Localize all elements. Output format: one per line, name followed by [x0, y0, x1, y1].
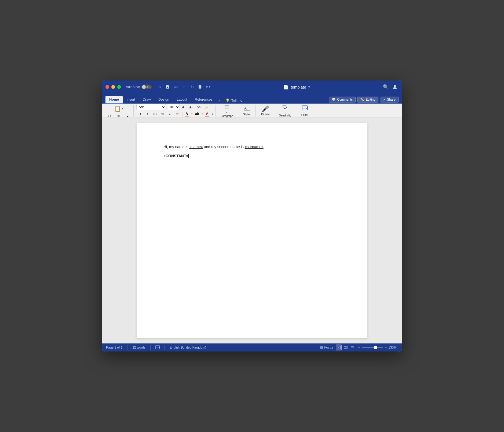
document-line2[interactable]: «CONSTANT»: [163, 154, 341, 158]
ribbon-right-buttons: 💬 Comments ✏️ Editing ↗ Share: [329, 97, 399, 104]
text-color-bar: [205, 116, 209, 116]
subscript-button[interactable]: x₂: [166, 111, 173, 117]
doc-title-chevron-icon[interactable]: ▾: [308, 85, 310, 89]
web-view-icon[interactable]: [343, 345, 349, 350]
document-line1[interactable]: Hi, my name is «name» and my second name…: [163, 145, 341, 149]
highlight-dropdown-icon[interactable]: ▾: [200, 111, 204, 117]
status-divider-3: [165, 345, 165, 350]
styles-button[interactable]: A Styles: [240, 105, 254, 116]
font-grow-button[interactable]: A+: [181, 104, 187, 110]
tab-references[interactable]: References: [191, 96, 216, 104]
document-page[interactable]: Hi, my name is «name» and my second name…: [137, 123, 367, 338]
paste-dropdown-icon[interactable]: ▾: [122, 107, 123, 110]
svg-point-3: [394, 85, 396, 87]
proofing-icon-area[interactable]: ✓✗: [155, 345, 160, 350]
tab-draw[interactable]: Draw: [139, 96, 155, 104]
sensitivity-group: 🛡 ▾ Sensitivity: [275, 105, 295, 116]
strikethrough-button[interactable]: ab: [159, 111, 166, 117]
svg-text:A: A: [244, 106, 247, 110]
highlight-color-button[interactable]: ab: [194, 111, 200, 117]
more-tabs-icon[interactable]: »: [216, 97, 223, 104]
print-icon[interactable]: [197, 84, 203, 90]
focus-label: Focus: [324, 346, 333, 349]
undo-dropdown-icon[interactable]: ▾: [181, 84, 187, 90]
underline-button[interactable]: U ▾: [151, 111, 158, 117]
comments-icon: 💬: [332, 98, 336, 101]
font-color-button[interactable]: A: [184, 111, 190, 117]
svg-rect-6: [302, 106, 308, 110]
title-bar-icons: ⌂ ↩ ▾ ↻ •••: [156, 84, 211, 90]
autosave-area: AutoSave OFF: [126, 85, 152, 89]
comments-label: Comments: [337, 98, 353, 101]
zoom-plus-icon[interactable]: +: [385, 346, 387, 349]
app-window: AutoSave OFF ⌂ ↩ ▾ ↻ ••• 📄 template ▾: [102, 80, 402, 352]
font-shrink-button[interactable]: A-: [188, 104, 194, 110]
doc-title-area: 📄 template ▾: [214, 85, 379, 90]
dictate-label: Dictate: [261, 113, 269, 116]
text-color-icon: A: [206, 112, 208, 116]
text-color-button[interactable]: A: [204, 111, 210, 117]
page-info: Page 1 of 1: [106, 346, 122, 349]
text-cursor: [188, 154, 189, 158]
undo-icon[interactable]: ↩: [173, 84, 179, 90]
main-content[interactable]: Hi, my name is «name» and my second name…: [102, 118, 402, 343]
close-button[interactable]: [105, 85, 109, 89]
tab-home[interactable]: Home: [105, 96, 123, 104]
clear-format-button[interactable]: ✨: [203, 104, 209, 110]
superscript-button[interactable]: x²: [174, 111, 181, 117]
underline-dropdown-icon[interactable]: ▾: [156, 113, 157, 115]
focus-area[interactable]: ⊡ Focus: [320, 346, 333, 349]
dictate-button[interactable]: 🎤 Dictate: [258, 105, 272, 116]
zoom-track[interactable]: [362, 347, 383, 348]
editing-button[interactable]: ✏️ Editing: [357, 97, 378, 102]
paragraph-button[interactable]: ☰ ▾ Paragraph: [218, 105, 235, 116]
autosave-toggle[interactable]: OFF: [141, 85, 152, 89]
editor-icon: [302, 105, 308, 113]
home-icon[interactable]: ⌂: [156, 84, 163, 90]
text-color-dropdown[interactable]: ▾: [211, 111, 214, 117]
zoom-slider[interactable]: − + 130%: [358, 346, 398, 349]
tab-layout[interactable]: Layout: [173, 96, 191, 104]
editor-button[interactable]: Editor: [298, 105, 312, 116]
tab-insert[interactable]: Insert: [123, 96, 139, 104]
bold-button[interactable]: B: [136, 111, 143, 117]
read-view-icon[interactable]: [350, 345, 356, 350]
editing-icon: ✏️: [360, 98, 364, 101]
maximize-button[interactable]: [117, 85, 121, 89]
zoom-minus-icon[interactable]: −: [358, 346, 360, 349]
font-color-bar: [185, 116, 189, 116]
font-size-select[interactable]: 10: [167, 104, 180, 110]
editor-group: Editor: [296, 105, 313, 116]
font-color-dropdown[interactable]: ▾: [190, 111, 193, 117]
more-options-icon[interactable]: •••: [205, 84, 211, 90]
profile-icon[interactable]: [391, 83, 399, 91]
zoom-thumb[interactable]: [374, 346, 377, 349]
merge-field-name: «name»: [189, 145, 203, 149]
word-count[interactable]: 12 words: [132, 346, 145, 349]
tab-design[interactable]: Design: [155, 96, 173, 104]
view-icons: [336, 345, 356, 350]
dictate-group: 🎤 Dictate: [257, 105, 274, 116]
search-icon[interactable]: 🔍: [382, 83, 389, 91]
language-text: English (United Kingdom): [170, 346, 206, 349]
language-area[interactable]: English (United Kingdom): [170, 346, 206, 349]
svg-rect-0: [199, 85, 201, 87]
save-icon[interactable]: [165, 84, 171, 90]
tell-me-area[interactable]: 💡 Tell me: [223, 97, 245, 104]
tell-me-label: Tell me: [231, 98, 242, 102]
font-name-select[interactable]: Arial: [136, 104, 166, 110]
sensitivity-button[interactable]: 🛡 ▾ Sensitivity: [277, 105, 293, 116]
zoom-percent[interactable]: 130%: [388, 346, 398, 349]
font-row1: Arial 10 A+ A- Aa ✨: [136, 104, 214, 110]
italic-button[interactable]: I: [144, 111, 151, 117]
comments-button[interactable]: 💬 Comments: [329, 97, 356, 102]
share-button[interactable]: ↗ Share: [380, 97, 399, 102]
redo-icon[interactable]: ↻: [189, 84, 195, 90]
print-layout-view-icon[interactable]: [336, 345, 342, 350]
doc-title-text[interactable]: template: [291, 85, 306, 89]
minimize-button[interactable]: [111, 85, 115, 89]
paste-button[interactable]: 📋 ▾: [113, 105, 125, 113]
doc-icon: 📄: [283, 85, 288, 90]
paste-group: 📋 ▾ ✂ ⧉ 🖌 Paste: [104, 105, 134, 116]
case-button[interactable]: Aa: [195, 104, 202, 110]
